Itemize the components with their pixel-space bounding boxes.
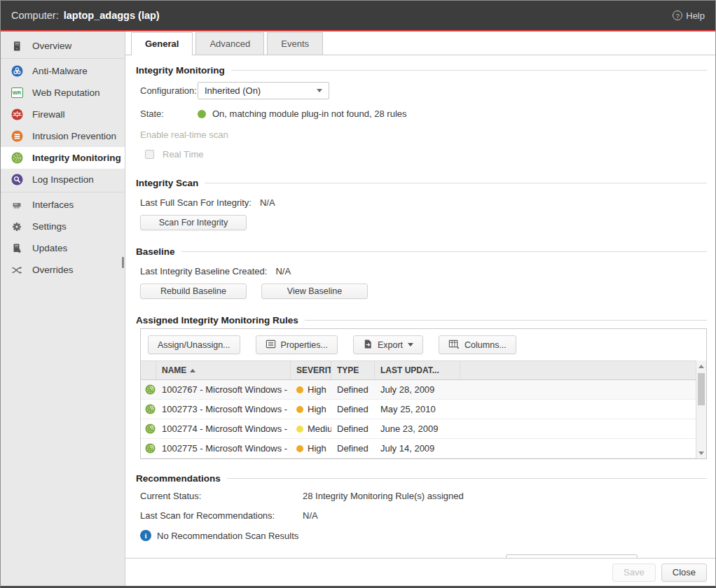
section-title-assigned-rules: Assigned Integrity Monitoring Rules [136,315,298,326]
table-row[interactable]: 1002767 - Microsoft Windows - ... High D… [141,380,706,400]
sidebar-item-label: Overrides [32,265,74,275]
sidebar-item-label: Settings [32,221,67,232]
integrity-rule-icon [141,384,156,395]
sidebar-item-interfaces[interactable]: Interfaces [1,194,125,216]
chevron-down-icon [317,89,322,92]
sidebar: Overview Anti-Malware WR Web Reputation … [1,31,125,586]
sidebar-item-settings[interactable]: Settings [1,216,125,237]
log-inspection-icon [11,174,23,186]
columns-label: Columns... [464,340,507,350]
save-button: Save [612,564,656,582]
sidebar-item-web-reputation[interactable]: WR Web Reputation [1,82,125,104]
table-row[interactable]: 1002775 - Microsoft Windows - ... High D… [141,439,706,458]
scroll-down-arrow[interactable] [696,448,706,458]
tab-general[interactable]: General [131,32,193,55]
computer-details-window: Computer: laptop_adaggs (lap) ? Help Ove… [0,0,716,588]
rule-type: Defined [331,384,375,395]
integrity-rule-icon [141,404,156,414]
sidebar-item-integrity-monitoring[interactable]: Integrity Monitoring [1,147,125,169]
sidebar-resize-handle[interactable] [122,257,124,268]
realtime-checkbox-label: Real Time [163,149,204,160]
severity-dot [296,445,303,452]
scan-for-integrity-button[interactable]: Scan For Integrity [140,215,247,230]
last-full-scan-value: N/A [260,197,275,208]
sidebar-item-label: Updates [32,243,67,253]
general-tab-content: Integrity Monitoring Configuration: Inhe… [125,55,715,558]
section-rule [181,251,707,252]
rule-name: 1002767 - Microsoft Windows - ... [156,384,291,395]
section-rule [231,70,707,71]
sidebar-item-anti-malware[interactable]: Anti-Malware [1,60,125,82]
properties-button[interactable]: Properties... [256,335,338,354]
sidebar-item-log-inspection[interactable]: Log Inspection [1,169,125,190]
intrusion-prevention-icon [11,130,23,143]
info-icon: i [140,530,151,541]
web-reputation-badge: WR [11,88,23,98]
enable-realtime-scan-label: Enable real-time scan [140,130,228,140]
table-row[interactable]: 1002774 - Microsoft Windows - ... Medium… [141,419,706,439]
integrity-rule-icon [141,424,156,434]
sidebar-item-label: Interfaces [32,200,74,210]
chevron-down-icon [408,343,413,346]
rule-severity: High [308,384,326,395]
sidebar-item-overview[interactable]: Overview [1,35,125,57]
column-header-name[interactable]: NAME [156,361,291,379]
settings-icon [11,220,23,233]
tab-advanced[interactable]: Advanced [195,32,264,55]
sidebar-divider [1,58,125,59]
state-label: State: [140,108,198,119]
integrity-rule-icon [141,443,156,454]
configuration-select[interactable]: Inherited (On) [198,82,329,99]
rule-last-updated: May 25, 2010 [375,404,460,414]
rule-name: 1002773 - Microsoft Windows - ... [156,404,291,414]
assign-unassign-button[interactable]: Assign/Unassign... [148,335,240,354]
sidebar-item-label: Anti-Malware [32,66,88,76]
severity-dot [296,386,303,393]
columns-icon [448,339,460,351]
sidebar-item-overrides[interactable]: Overrides [1,259,125,281]
assign-unassign-label: Assign/Unassign... [158,340,230,350]
scroll-up-arrow[interactable] [696,361,706,371]
sidebar-item-updates[interactable]: Updates [1,237,125,259]
rule-type: Defined [331,424,375,434]
properties-label: Properties... [281,340,328,350]
export-button[interactable]: Export [353,335,423,354]
sidebar-item-firewall[interactable]: Firewall [1,104,125,125]
realtime-checkbox[interactable] [145,150,154,159]
close-button[interactable]: Close [661,564,707,582]
window-title-computer-name: laptop_adaggs (lap) [64,10,160,21]
updates-icon [11,242,23,255]
tab-events[interactable]: Events [267,32,323,55]
column-header-last-updated[interactable]: LAST UPDAT... [375,361,460,379]
columns-button[interactable]: Columns... [439,335,516,354]
web-reputation-icon: WR [11,87,23,99]
rule-last-updated: June 23, 2009 [375,424,460,434]
rule-type: Defined [331,443,375,454]
overrides-icon [11,264,23,276]
scrollbar-thumb[interactable] [698,373,705,405]
configuration-label: Configuration: [140,85,198,96]
table-row[interactable]: 1002773 - Microsoft Windows - ... High D… [141,400,706,419]
column-header-type[interactable]: TYPE [331,361,375,379]
rebuild-baseline-button[interactable]: Rebuild Baseline [140,284,247,299]
table-vertical-scrollbar[interactable] [696,360,706,458]
section-title-integrity-monitoring: Integrity Monitoring [136,65,225,76]
sidebar-item-label: Overview [32,41,71,51]
help-button[interactable]: ? Help [673,10,705,21]
firewall-icon [11,108,23,121]
section-rule [205,183,707,183]
footer-bar: Save Close [125,558,715,586]
severity-dot [296,426,303,433]
sidebar-item-label: Web Reputation [32,88,100,98]
last-scan-recommendations-label: Last Scan for Recommendations: [140,510,303,521]
view-baseline-button[interactable]: View Baseline [261,284,368,299]
rule-name: 1002775 - Microsoft Windows - ... [156,443,291,454]
sidebar-item-label: Firewall [32,109,65,120]
column-header-icon[interactable] [141,361,156,379]
column-header-severity[interactable]: SEVERIT... [291,361,331,379]
properties-icon [266,339,276,351]
column-header-severity-label: SEVERIT... [296,365,331,375]
sidebar-item-intrusion-prevention[interactable]: Intrusion Prevention [1,125,125,147]
title-bar: Computer: laptop_adaggs (lap) ? Help [1,1,715,31]
export-icon [363,339,373,351]
